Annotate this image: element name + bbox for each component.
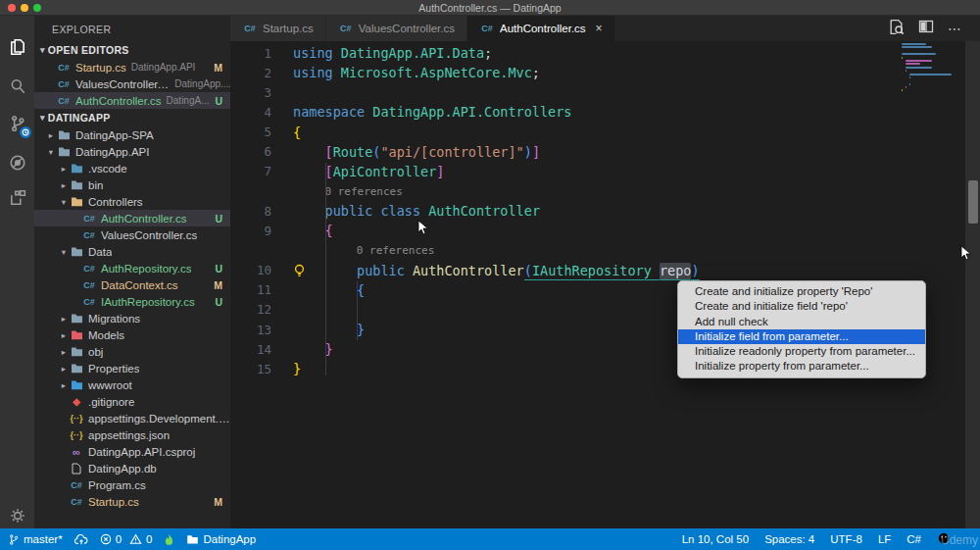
tree-item[interactable]: ▾DatingApp.API	[34, 143, 230, 160]
indentation-setting[interactable]: Spaces: 4	[764, 533, 814, 545]
split-editor-icon[interactable]	[918, 19, 934, 38]
minimap[interactable]	[902, 43, 965, 93]
codelens-references[interactable]: 0 references	[293, 185, 403, 198]
csharp-icon: C#	[69, 480, 84, 490]
omnisharp-flame-icon[interactable]	[164, 533, 174, 546]
tree-item[interactable]: ▸Migrations	[34, 310, 230, 326]
tree-item[interactable]: {··}appsettings.json	[34, 426, 230, 443]
close-tab-icon[interactable]: ×	[596, 22, 603, 35]
eol-setting[interactable]: LF	[878, 533, 891, 545]
file-name: Startup.cs	[75, 62, 126, 74]
tree-item[interactable]: C#ValuesController.cs	[34, 226, 230, 243]
more-actions-icon[interactable]: ⋯	[948, 21, 962, 36]
open-editor-item[interactable]: C#ValuesController.csDatingApp....	[34, 75, 230, 92]
menu-item[interactable]: Create and initialize property 'Repo'	[678, 284, 925, 299]
settings-gear-icon[interactable]	[0, 498, 34, 532]
line-number: 9	[230, 224, 271, 238]
codelens-references[interactable]: 0 references	[293, 244, 434, 257]
file-icon	[69, 463, 84, 475]
tree-item[interactable]: C#Startup.csM	[34, 493, 230, 510]
tree-item[interactable]: C#DataContext.csM	[34, 276, 230, 293]
explorer-icon[interactable]	[0, 29, 34, 64]
open-changes-icon[interactable]	[888, 19, 905, 39]
tree-item[interactable]: C#Program.cs	[34, 476, 230, 493]
scrollbar-thumb[interactable]	[968, 180, 978, 224]
file-name: DatingApp.API.csproj	[88, 446, 195, 458]
tab-bar: C#Startup.csC#ValuesController.csC#AuthC…	[230, 16, 980, 41]
cursor-position[interactable]: Ln 10, Col 50	[682, 533, 749, 545]
indent-guide	[325, 163, 326, 375]
code-line: 3	[230, 82, 965, 102]
source-control-icon[interactable]	[0, 106, 34, 140]
debug-icon[interactable]	[0, 145, 34, 179]
open-editor-item[interactable]: C#Startup.csDatingApp.APIM	[34, 59, 230, 75]
file-name: Startup.cs	[88, 496, 139, 508]
title-bar: AuthController.cs — DatingApp	[0, 0, 980, 16]
lightbulb-icon[interactable]	[293, 264, 306, 281]
open-editor-item[interactable]: C#AuthController.csDatingA...U	[34, 92, 230, 109]
tree-item[interactable]: ▸Models	[34, 326, 230, 343]
file-name: .gitignore	[88, 396, 134, 408]
tree-item[interactable]: ▸bin	[34, 176, 230, 193]
code-text: [ApiController]	[293, 164, 444, 179]
workspace-folder-indicator[interactable]: DatingApp	[186, 533, 256, 545]
search-icon[interactable]	[0, 69, 34, 103]
code-text: using Microsoft.AspNetCore.Mvc;	[293, 65, 540, 80]
codelens-row[interactable]: 0 references	[230, 181, 965, 201]
menu-item[interactable]: Initialize field from parameter...	[678, 329, 925, 344]
menu-item[interactable]: Add null check	[678, 315, 925, 329]
sync-changes-button[interactable]	[74, 533, 88, 546]
folder-icon	[69, 246, 84, 257]
menu-item[interactable]: Initialize readonly property from parame…	[678, 344, 925, 359]
line-number: 11	[230, 282, 271, 297]
udemy-watermark: Udemy	[941, 533, 978, 547]
code-text: }	[293, 361, 301, 376]
tree-item[interactable]: {··}appsettings.Development.js...	[34, 410, 230, 426]
language-mode[interactable]: C#	[906, 533, 921, 545]
menu-item[interactable]: Create and initialize field 'repo'	[678, 299, 925, 314]
code-line: 4namespace DatingApp.API.Controllers	[230, 102, 965, 122]
file-name: Program.cs	[88, 479, 146, 491]
tab-AuthController.cs[interactable]: C#AuthController.cs×	[467, 16, 614, 41]
file-detail: DatingApp.API	[131, 62, 196, 73]
tab-ValuesController.cs[interactable]: C#ValuesController.cs	[326, 16, 466, 41]
file-name: Models	[88, 329, 124, 341]
tree-item[interactable]: ▸.vscode	[34, 160, 230, 176]
warnings-icon	[129, 533, 142, 545]
git-branch-indicator[interactable]: master*	[8, 533, 63, 546]
csharp-icon: C#	[56, 63, 72, 73]
line-number: 2	[230, 66, 271, 80]
explorer-sidebar: EXPLORER ▾ OPEN EDITORS C#Startup.csDati…	[34, 16, 230, 528]
project-section-header[interactable]: ▾ DATINGAPP	[34, 109, 230, 126]
codelens-row[interactable]: 0 references	[230, 240, 965, 260]
tab-Startup.cs[interactable]: C#Startup.cs	[230, 16, 325, 41]
file-name: Controllers	[88, 196, 143, 208]
chevron-collapsed-icon: ▸	[59, 380, 69, 390]
tree-item[interactable]: ∞DatingApp.API.csproj	[34, 443, 230, 460]
code-line: 8 public class AuthController	[230, 201, 965, 221]
problems-indicator[interactable]: 0 0	[100, 533, 153, 545]
activity-bar	[0, 16, 34, 528]
extensions-icon[interactable]	[0, 180, 34, 215]
tree-item[interactable]: C#AuthRepository.csU	[34, 260, 230, 276]
encoding-setting[interactable]: UTF-8	[830, 533, 862, 545]
tree-item[interactable]: C#IAuthRepository.csU	[34, 293, 230, 310]
file-name: ValuesController.cs	[75, 78, 170, 90]
tree-item[interactable]: ▾Data	[34, 243, 230, 260]
menu-item[interactable]: Initialize property from parameter...	[678, 359, 925, 374]
tree-item[interactable]: DatingApp.db	[34, 460, 230, 476]
tree-item[interactable]: ▸obj	[34, 343, 230, 360]
tree-item[interactable]: ▸DatingApp-SPA	[34, 126, 230, 143]
editor-scrollbar[interactable]	[965, 41, 980, 528]
line-number: 12	[230, 302, 271, 317]
tree-item[interactable]: ◆.gitignore	[34, 393, 230, 410]
open-editors-section-header[interactable]: ▾ OPEN EDITORS	[34, 41, 230, 59]
scm-sync-badge	[20, 126, 31, 138]
tree-item[interactable]: ▾Controllers	[34, 193, 230, 210]
file-name: DatingApp.API	[75, 146, 149, 158]
file-name: .vscode	[88, 163, 127, 175]
tree-item[interactable]: ▸Properties	[34, 360, 230, 376]
tree-item[interactable]: C#AuthController.csU	[34, 210, 230, 226]
tree-item[interactable]: ▸wwwroot	[34, 376, 230, 393]
line-number: 1	[230, 46, 271, 61]
